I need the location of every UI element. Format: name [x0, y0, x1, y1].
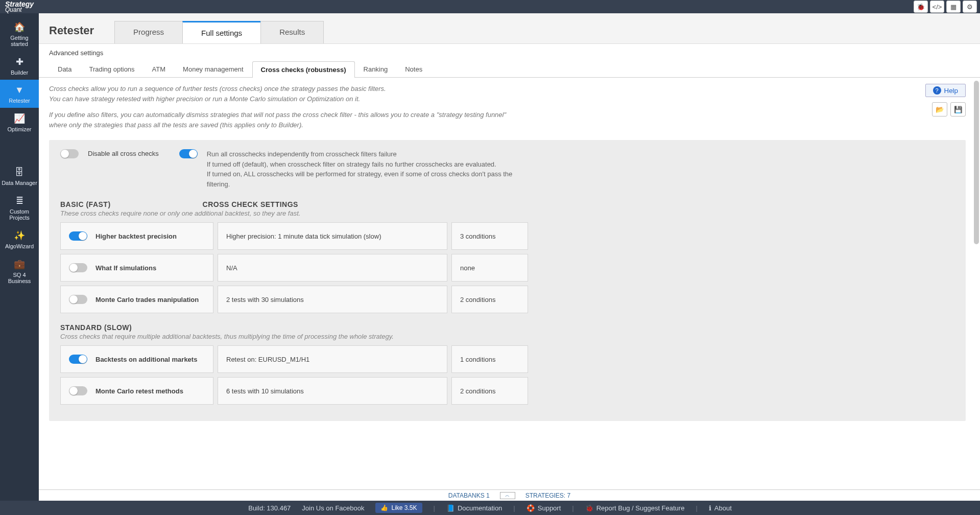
sidebar-item-algowizard[interactable]: ✨ AlgoWizard — [0, 225, 39, 253]
check-toggle[interactable] — [69, 386, 87, 395]
facebook-like-button[interactable]: 👍 Like 3.5K — [375, 503, 422, 513]
thumbs-up-icon: 👍 — [380, 504, 388, 511]
about-link[interactable]: ℹAbout — [709, 504, 732, 512]
main-content: Retester Progress Full settings Results … — [39, 13, 980, 501]
code-icon[interactable]: </> — [930, 1, 944, 13]
open-folder-button[interactable]: 📂 — [932, 102, 947, 116]
sidebar-item-builder[interactable]: ✚ Builder — [0, 51, 39, 80]
check-setting-cell[interactable]: 6 tests with 10 simulations — [218, 377, 447, 405]
documentation-link[interactable]: 📘Documentation — [446, 504, 502, 512]
chevron-up-icon[interactable]: ︿ — [500, 492, 515, 499]
grid-icon[interactable]: ▦ — [946, 1, 961, 13]
check-name: Higher backtest precision — [95, 232, 177, 240]
page-header: Retester Progress Full settings Results — [39, 13, 980, 44]
subtab-atm[interactable]: ATM — [144, 61, 174, 77]
check-setting-cell[interactable]: 2 tests with 30 simulations — [218, 286, 447, 313]
databanks-label[interactable]: DATABANKS 1 — [448, 492, 490, 499]
disable-all-toggle[interactable] — [60, 149, 79, 158]
bug-icon[interactable]: 🐞 — [914, 1, 928, 13]
check-setting-cell[interactable]: N/A — [218, 254, 447, 282]
check-conditions-cell[interactable]: 2 conditions — [451, 377, 528, 405]
check-setting-cell[interactable]: Retest on: EURUSD_M1/H1 — [218, 345, 447, 373]
sidebar-item-label: Builder — [11, 69, 28, 76]
tab-progress[interactable]: Progress — [114, 21, 183, 43]
check-name: Monte Carlo trades manipulation — [95, 296, 199, 303]
sidebar-item-data-manager[interactable]: 🗄 Data Manager — [0, 162, 39, 190]
run-all-toggle[interactable] — [179, 149, 198, 158]
intro-line: If you define also filters, you can auto… — [49, 110, 509, 130]
tab-results[interactable]: Results — [260, 21, 324, 43]
run-all-label: Run all crosschecks independently from c… — [207, 149, 523, 159]
check-setting-cell[interactable]: Higher precision: 1 minute data tick sim… — [218, 222, 447, 250]
check-name-cell[interactable]: Higher backtest precision — [60, 222, 213, 250]
intro-side: ? Help 📂 💾 — [925, 84, 966, 136]
join-facebook-link[interactable]: Join Us on Facebook — [302, 504, 364, 512]
intro-line: Cross checks allow you to run a sequence… — [49, 85, 386, 92]
info-icon: ℹ — [709, 504, 711, 512]
bug-icon: 🐞 — [585, 504, 593, 512]
check-name-cell[interactable]: Monte Carlo retest methods — [60, 377, 213, 405]
separator: | — [434, 504, 435, 512]
check-name-cell[interactable]: What If simulations — [60, 254, 213, 282]
question-icon: ? — [933, 86, 941, 95]
sidebar-item-label: AlgoWizard — [5, 243, 34, 249]
check-name: Backtests on additional markets — [95, 356, 197, 363]
section-subtitle: Cross checks that require multiple addit… — [49, 333, 966, 345]
intro-text: Cross checks allow you to run a sequence… — [49, 84, 509, 136]
page-subtitle: Advanced settings — [39, 44, 980, 61]
check-conditions-cell[interactable]: 2 conditions — [451, 286, 528, 313]
check-conditions-cell[interactable]: 3 conditions — [451, 222, 528, 250]
briefcase-icon: 💼 — [1, 259, 38, 270]
subtab-data[interactable]: Data — [49, 61, 80, 77]
run-all-description: Run all crosschecks independently from c… — [207, 149, 523, 189]
scrollbar[interactable] — [974, 81, 979, 244]
section-title: STANDARD (SLOW) — [60, 323, 132, 332]
section-header: BASIC (FAST) CROSS CHECK SETTINGS — [49, 197, 966, 209]
sidebar-item-label: SQ 4 Business — [8, 272, 31, 284]
settings-icon[interactable]: ⚙ — [963, 1, 977, 13]
sidebar-item-getting-started[interactable]: 🏠 Getting started — [0, 16, 39, 51]
support-link[interactable]: 🛟Support — [527, 504, 561, 512]
separator: | — [696, 504, 697, 512]
check-name-cell[interactable]: Monte Carlo trades manipulation — [60, 286, 213, 313]
page-tabs: Progress Full settings Results — [114, 21, 323, 43]
help-label: Help — [944, 87, 958, 95]
subtab-cross-checks[interactable]: Cross checks (robustness) — [252, 61, 355, 78]
check-row: What If simulations N/A none — [49, 254, 966, 286]
logo: Strategy Quant — [3, 0, 34, 13]
help-button[interactable]: ? Help — [925, 84, 966, 97]
sidebar-item-label: Data Manager — [2, 180, 37, 186]
check-toggle[interactable] — [69, 231, 87, 241]
subtab-trading-options[interactable]: Trading options — [80, 61, 143, 77]
sidebar-item-sq4business[interactable]: 💼 SQ 4 Business — [0, 253, 39, 288]
report-bug-link[interactable]: 🐞Report Bug / Suggest Feature — [585, 504, 685, 512]
sidebar-item-label: Retester — [9, 98, 30, 104]
io-button-group: 📂 💾 — [932, 102, 966, 116]
link-label: About — [714, 504, 732, 512]
subtab-ranking[interactable]: Ranking — [355, 61, 397, 77]
intro-block: Cross checks allow you to run a sequence… — [49, 84, 966, 136]
subtab-notes[interactable]: Notes — [396, 61, 431, 77]
tab-full-settings[interactable]: Full settings — [182, 21, 261, 43]
check-toggle[interactable] — [69, 355, 87, 364]
sidebar-item-retester[interactable]: ▼ Retester — [0, 80, 39, 108]
content-scroll[interactable]: Cross checks allow you to run a sequence… — [39, 78, 980, 489]
section-title: BASIC (FAST) — [60, 200, 111, 208]
section-header: STANDARD (SLOW) — [49, 320, 966, 333]
sidebar: 🏠 Getting started ✚ Builder ▼ Retester 📈… — [0, 13, 39, 501]
check-name-cell[interactable]: Backtests on additional markets — [60, 345, 213, 373]
save-button[interactable]: 💾 — [950, 102, 966, 116]
settings-panel: Disable all cross checks Run all crossch… — [49, 140, 966, 421]
sidebar-item-optimizer[interactable]: 📈 Optimizer — [0, 108, 39, 136]
lifering-icon: 🛟 — [527, 504, 535, 512]
sidebar-item-custom-projects[interactable]: ≣ Custom Projects — [0, 190, 39, 225]
run-all-desc-line: If turned off (default), when crosscheck… — [207, 159, 523, 170]
check-conditions-cell[interactable]: none — [451, 254, 528, 282]
subtab-money-management[interactable]: Money management — [174, 61, 252, 77]
run-all-group: Run all crosschecks independently from c… — [179, 149, 523, 189]
check-conditions-cell[interactable]: 1 conditions — [451, 345, 528, 373]
check-toggle[interactable] — [69, 263, 87, 272]
strategies-label[interactable]: STRATEGIES: 7 — [525, 492, 570, 499]
check-toggle[interactable] — [69, 295, 87, 304]
check-name: Monte Carlo retest methods — [95, 387, 183, 395]
